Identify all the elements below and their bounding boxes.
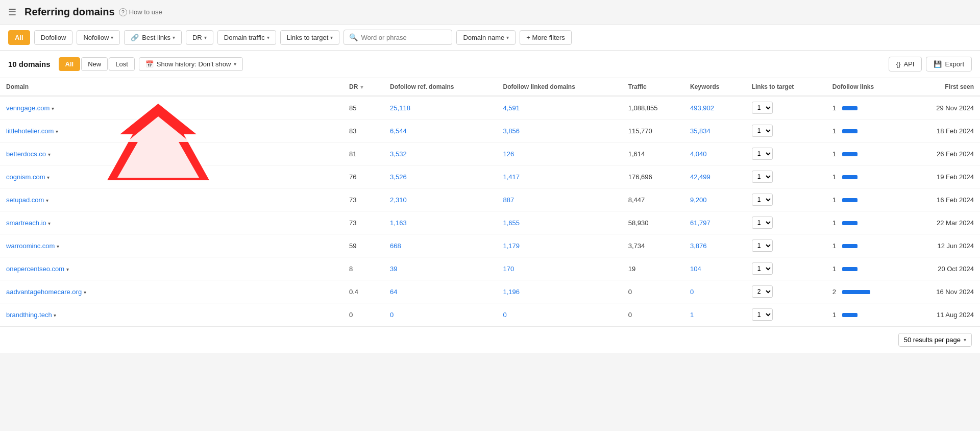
links-to-target-select[interactable]: 1 — [752, 217, 773, 229]
col-links-to-target[interactable]: Links to target — [746, 78, 826, 96]
keywords-link[interactable]: 42,499 — [690, 173, 710, 181]
domain-link[interactable]: aadvantagehomecare.org ▾ — [6, 288, 86, 296]
dofollow-linked-link[interactable]: 1,196 — [503, 288, 520, 296]
cell-dr: 76 — [343, 165, 384, 188]
dofollow-ref-link[interactable]: 1,163 — [390, 219, 407, 227]
keywords-link[interactable]: 3,876 — [690, 242, 707, 250]
dofollow-ref-link[interactable]: 3,532 — [390, 150, 407, 158]
keywords-link[interactable]: 104 — [690, 265, 701, 273]
links-to-target-select[interactable]: 1 — [752, 194, 773, 206]
links-to-target-select[interactable]: 1 — [752, 102, 773, 114]
dofollow-linked-link[interactable]: 0 — [503, 311, 507, 319]
keywords-link[interactable]: 493,902 — [690, 104, 714, 112]
filter-links-to-target-btn[interactable]: Links to target ▾ — [280, 30, 340, 45]
tab-all[interactable]: All — [59, 57, 81, 71]
dofollow-linked-link[interactable]: 887 — [503, 196, 514, 204]
filter-domain-traffic-btn[interactable]: Domain traffic ▾ — [217, 30, 276, 45]
dofollow-ref-link[interactable]: 3,526 — [390, 173, 407, 181]
cell-dofollow-linked: 1,417 — [497, 165, 622, 188]
links-to-target-select[interactable]: 1 — [752, 125, 773, 137]
how-to-use-link[interactable]: ? How to use — [119, 8, 162, 16]
col-traffic[interactable]: Traffic — [622, 78, 684, 96]
dofollow-ref-link[interactable]: 64 — [390, 288, 397, 296]
keywords-link[interactable]: 0 — [690, 288, 694, 296]
keywords-link[interactable]: 9,200 — [690, 196, 707, 204]
domains-table: Domain DR Dofollow ref. domains Dofollow… — [0, 78, 980, 326]
table-row: cognism.com ▾ 76 3,526 1,417 176,696 42,… — [0, 165, 980, 188]
filter-dr-btn[interactable]: DR ▾ — [186, 30, 213, 45]
dofollow-linked-link[interactable]: 1,417 — [503, 173, 520, 181]
per-page-btn[interactable]: 50 results per page ▾ — [898, 333, 972, 347]
col-domain[interactable]: Domain — [0, 78, 343, 96]
links-to-target-select[interactable]: 1 — [752, 148, 773, 160]
table-row: venngage.com ▾ 85 25,118 4,591 1,088,855… — [0, 96, 980, 119]
tab-new[interactable]: New — [81, 57, 108, 71]
dofollow-ref-link[interactable]: 668 — [390, 242, 401, 250]
dofollow-linked-link[interactable]: 3,856 — [503, 127, 520, 135]
col-dofollow-ref[interactable]: Dofollow ref. domains — [384, 78, 497, 96]
col-dofollow-linked[interactable]: Dofollow linked domains — [497, 78, 622, 96]
dofollow-linked-link[interactable]: 170 — [503, 265, 514, 273]
filter-best-links-btn[interactable]: 🔗 Best links ▾ — [124, 30, 182, 45]
cell-dofollow-links: 2 — [826, 280, 906, 303]
domain-link[interactable]: cognism.com ▾ — [6, 173, 50, 181]
dofollow-bar — [842, 244, 857, 248]
api-btn[interactable]: {} API — [889, 57, 922, 71]
dofollow-ref-link[interactable]: 6,544 — [390, 127, 407, 135]
links-to-target-chevron: ▾ — [330, 35, 333, 40]
show-history-btn[interactable]: 📅 Show history: Don't show ▾ — [139, 57, 243, 71]
table-row: aadvantagehomecare.org ▾ 0.4 64 1,196 0 … — [0, 280, 980, 303]
domain-link[interactable]: betterdocs.co ▾ — [6, 150, 51, 158]
domain-link[interactable]: warroominc.com ▾ — [6, 242, 59, 250]
export-btn[interactable]: 💾 Export — [926, 57, 972, 71]
keywords-link[interactable]: 61,797 — [690, 219, 710, 227]
links-to-target-select[interactable]: 1 — [752, 240, 773, 252]
links-to-target-select[interactable]: 1 — [752, 171, 773, 183]
cell-dr: 73 — [343, 211, 384, 234]
filter-all-btn[interactable]: All — [8, 30, 30, 45]
links-to-target-select[interactable]: 1 — [752, 308, 773, 321]
search-input[interactable] — [361, 34, 447, 41]
dofollow-ref-link[interactable]: 25,118 — [390, 104, 410, 112]
dofollow-ref-link[interactable]: 2,310 — [390, 196, 407, 204]
cell-traffic: 1,614 — [622, 142, 684, 165]
col-keywords[interactable]: Keywords — [684, 78, 746, 96]
filter-domain-name-btn[interactable]: Domain name ▾ — [456, 30, 516, 45]
keywords-link[interactable]: 1 — [690, 311, 694, 319]
col-dr[interactable]: DR — [343, 78, 384, 96]
domain-link[interactable]: smartreach.io ▾ — [6, 219, 51, 227]
col-dofollow-links[interactable]: Dofollow links — [826, 78, 906, 96]
col-first-seen[interactable]: First seen — [906, 78, 980, 96]
cell-domain: aadvantagehomecare.org ▾ — [0, 280, 343, 303]
table-header-row: Domain DR Dofollow ref. domains Dofollow… — [0, 78, 980, 96]
domain-link[interactable]: onepercentseo.com ▾ — [6, 265, 69, 273]
dofollow-linked-link[interactable]: 1,179 — [503, 242, 520, 250]
filter-nofollow-btn[interactable]: Nofollow ▾ — [77, 30, 120, 45]
cell-domain: setupad.com ▾ — [0, 188, 343, 211]
cell-first-seen: 22 Mar 2024 — [906, 211, 980, 234]
keywords-link[interactable]: 4,040 — [690, 150, 707, 158]
filter-more-filters-btn[interactable]: + More filters — [520, 30, 572, 45]
cell-links-to-target: 1 — [746, 188, 826, 211]
tab-lost[interactable]: Lost — [109, 57, 135, 71]
domain-link[interactable]: venngage.com ▾ — [6, 104, 54, 112]
keywords-link[interactable]: 35,834 — [690, 127, 710, 135]
cell-dofollow-ref: 0 — [384, 303, 497, 326]
dofollow-ref-link[interactable]: 39 — [390, 265, 397, 273]
table-row: onepercentseo.com ▾ 8 39 170 19 104 1 1 … — [0, 257, 980, 280]
domain-link[interactable]: setupad.com ▾ — [6, 196, 48, 204]
menu-icon[interactable]: ☰ — [8, 7, 16, 18]
table-wrapper: Domain DR Dofollow ref. domains Dofollow… — [0, 78, 980, 326]
cell-keywords: 4,040 — [684, 142, 746, 165]
dofollow-ref-link[interactable]: 0 — [390, 311, 394, 319]
domain-link[interactable]: littlehotelier.com ▾ — [6, 127, 58, 135]
cell-links-to-target: 1 — [746, 257, 826, 280]
dofollow-linked-link[interactable]: 126 — [503, 150, 514, 158]
search-box[interactable]: 🔍 — [344, 30, 452, 45]
domain-link[interactable]: brandthing.tech ▾ — [6, 311, 56, 319]
filter-dofollow-btn[interactable]: Dofollow — [34, 30, 73, 45]
links-to-target-select[interactable]: 1 — [752, 262, 773, 275]
dofollow-linked-link[interactable]: 4,591 — [503, 104, 520, 112]
links-to-target-select[interactable]: 2 — [752, 285, 773, 298]
dofollow-linked-link[interactable]: 1,655 — [503, 219, 520, 227]
